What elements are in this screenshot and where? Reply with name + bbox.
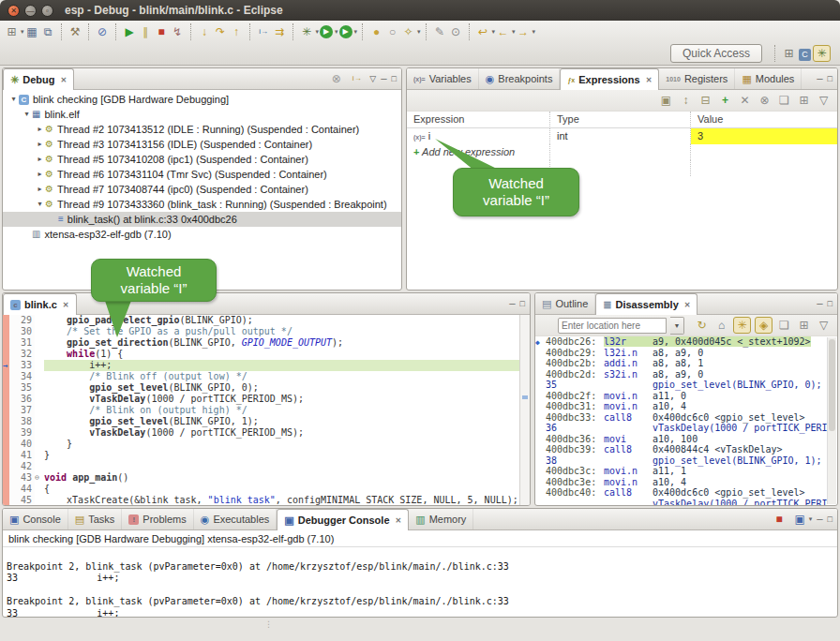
- column-header-value[interactable]: Value: [691, 112, 837, 128]
- resume-icon[interactable]: ▶: [122, 23, 138, 40]
- tab-close-icon[interactable]: ✕: [60, 76, 67, 84]
- code-line[interactable]: 36 vTaskDelay(1000 / portTICK_PERIOD_MS)…: [3, 394, 530, 405]
- range-indicator[interactable]: [3, 439, 9, 450]
- disconnect-icon[interactable]: ↯: [170, 23, 186, 40]
- code-text[interactable]: gpio_set_level(BLINK_GPIO, 0);: [44, 382, 530, 394]
- add-expression-icon[interactable]: +: [717, 92, 733, 109]
- new-wizard-button[interactable]: ⊞▾: [4, 23, 24, 40]
- code-text[interactable]: xTaskCreate(&blink_task, "blink_task", c…: [44, 495, 530, 506]
- debug-tree-item[interactable]: ▸⚙Thread #5 1073410208 (ipc1) (Suspended…: [3, 152, 401, 167]
- range-indicator[interactable]: →: [3, 360, 9, 371]
- code-line[interactable]: 44{: [3, 484, 530, 495]
- editor-tab-blink-c[interactable]: cblink.c✕: [3, 293, 77, 315]
- debug-perspective-icon[interactable]: ✳: [813, 45, 831, 62]
- range-indicator[interactable]: [3, 349, 9, 360]
- range-indicator[interactable]: [3, 405, 9, 416]
- line-number[interactable]: 35: [9, 382, 35, 394]
- tab-close-icon[interactable]: ✕: [646, 76, 652, 84]
- terminate-icon[interactable]: ■: [154, 23, 170, 40]
- line-number[interactable]: 36: [9, 394, 35, 405]
- code-line[interactable]: 34 /* Blink off (output low) */: [3, 371, 530, 382]
- dropdown-arrow-icon[interactable]: ▾: [809, 515, 813, 523]
- tree-expander-icon[interactable]: ▸: [35, 152, 45, 167]
- maximize-icon[interactable]: □: [520, 299, 525, 308]
- open-perspective-icon[interactable]: ⊞: [781, 45, 797, 62]
- code-line[interactable]: 38 gpio_set_level(BLINK_GPIO, 1);: [3, 416, 530, 427]
- code-line[interactable]: 30 /* Set the GPIO as a push/pull output…: [3, 326, 530, 337]
- forward-button[interactable]: →▾: [516, 23, 536, 40]
- dropdown-arrow-icon[interactable]: ▾: [354, 28, 358, 36]
- debug-tree-item[interactable]: ▸⚙Thread #7 1073408744 (ipc0) (Suspended…: [3, 182, 401, 197]
- line-number[interactable]: 42: [9, 461, 35, 472]
- instruction-step-mode-icon[interactable]: i→: [349, 70, 365, 87]
- minimize-icon[interactable]: ─: [509, 299, 515, 308]
- suspend-icon[interactable]: ∥: [138, 23, 154, 40]
- code-text[interactable]: /* Blink on (output high) */: [44, 405, 530, 416]
- location-input[interactable]: [558, 318, 667, 334]
- line-number[interactable]: 39: [9, 427, 35, 439]
- minimize-icon[interactable]: ─: [381, 74, 386, 83]
- disasm-tab-outline[interactable]: ▤Outline: [535, 293, 595, 314]
- range-indicator[interactable]: [3, 427, 9, 439]
- debug-tree-item[interactable]: ▾Cblink checking [GDB Hardware Debugging…: [3, 92, 401, 107]
- maximize-icon[interactable]: □: [392, 74, 397, 83]
- expr-tab-variables[interactable]: (x)=Variables: [407, 68, 479, 89]
- range-indicator[interactable]: [3, 382, 9, 394]
- expr-tab-registers[interactable]: 1010Registers: [659, 68, 735, 89]
- cpp-perspective-icon[interactable]: C: [799, 49, 811, 61]
- dropdown-arrow-icon[interactable]: ▾: [532, 28, 536, 36]
- last-edit-location-icon[interactable]: ↩: [475, 23, 491, 40]
- remove-expression-icon[interactable]: ✕: [737, 92, 753, 109]
- search-icon[interactable]: ✧: [400, 23, 416, 40]
- window-minimize-icon[interactable]: —: [24, 5, 37, 17]
- code-line[interactable]: 41}: [3, 450, 530, 461]
- maximize-icon[interactable]: □: [828, 299, 832, 308]
- code-text[interactable]: [44, 461, 530, 472]
- open-resource-icon[interactable]: ○: [384, 23, 400, 40]
- tree-expander-icon[interactable]: ▾: [35, 197, 45, 212]
- tree-expander-icon[interactable]: ▸: [35, 167, 45, 182]
- debug-button[interactable]: ✳▾: [299, 23, 320, 40]
- mark-occurrences-icon[interactable]: ✎: [432, 23, 448, 40]
- display-selected-console-icon[interactable]: ▣: [792, 511, 808, 528]
- external-tools-icon[interactable]: ▶: [339, 25, 352, 38]
- run-button[interactable]: ▶▾: [319, 23, 338, 40]
- code-text[interactable]: gpio_set_level(BLINK_GPIO, 1);: [44, 416, 530, 427]
- new-wizard-icon[interactable]: ⊞: [4, 23, 20, 40]
- fold-marker-icon[interactable]: ⊖: [35, 472, 44, 484]
- expression-row-type[interactable]: int: [550, 128, 691, 144]
- maximize-icon[interactable]: □: [828, 74, 832, 83]
- tab-close-icon[interactable]: ✕: [684, 301, 691, 309]
- tree-expander-icon[interactable]: ▸: [35, 122, 45, 137]
- tab-close-icon[interactable]: ✕: [396, 516, 402, 525]
- save-all-icon[interactable]: ⧉: [40, 23, 56, 40]
- back-button[interactable]: ←▾: [495, 23, 516, 40]
- debug-tree-item[interactable]: ▸⚙Thread #3 1073413156 (IDLE) (Suspended…: [3, 137, 401, 152]
- remove-all-terminated-icon[interactable]: ⊗: [328, 70, 344, 87]
- external-tools-button[interactable]: ▶▾: [338, 23, 358, 40]
- line-number[interactable]: 31: [9, 337, 35, 349]
- search-button[interactable]: ✧▾: [400, 23, 421, 40]
- code-editor[interactable]: 29 gpio_pad_select_gpio(BLINK_GPIO);30 /…: [3, 315, 530, 506]
- console-tab-tasks[interactable]: ▤Tasks: [68, 509, 123, 529]
- show-source-icon[interactable]: ✳: [733, 317, 751, 334]
- code-text[interactable]: vTaskDelay(1000 / portTICK_PERIOD_MS);: [44, 394, 530, 405]
- last-edit-location-button[interactable]: ↩▾: [475, 23, 496, 40]
- minimize-icon[interactable]: ─: [817, 74, 822, 83]
- line-number[interactable]: 29: [9, 315, 35, 326]
- open-element-icon[interactable]: ●: [368, 23, 384, 40]
- column-header-expression[interactable]: Expression: [407, 112, 550, 128]
- code-line[interactable]: 43⊖void app_main(): [3, 472, 530, 484]
- stop-icon[interactable]: ■: [772, 511, 788, 528]
- disassembly-scrollbar[interactable]: [827, 337, 836, 504]
- home-icon[interactable]: ⌂: [713, 317, 729, 334]
- collapse-all-icon[interactable]: ⊟: [698, 92, 713, 109]
- code-line[interactable]: 40 }: [3, 439, 530, 450]
- code-line[interactable]: 32 while(1) {: [3, 349, 530, 360]
- line-number[interactable]: 44: [9, 484, 35, 495]
- show-type-names-icon[interactable]: ▣: [658, 92, 674, 109]
- console-tab-console[interactable]: ▣Console: [3, 509, 68, 529]
- code-line[interactable]: 31 gpio_set_direction(BLINK_GPIO, GPIO_M…: [3, 337, 530, 349]
- line-number[interactable]: 33: [9, 360, 35, 371]
- expr-tab-expressions[interactable]: ƒxExpressions✕: [560, 68, 659, 90]
